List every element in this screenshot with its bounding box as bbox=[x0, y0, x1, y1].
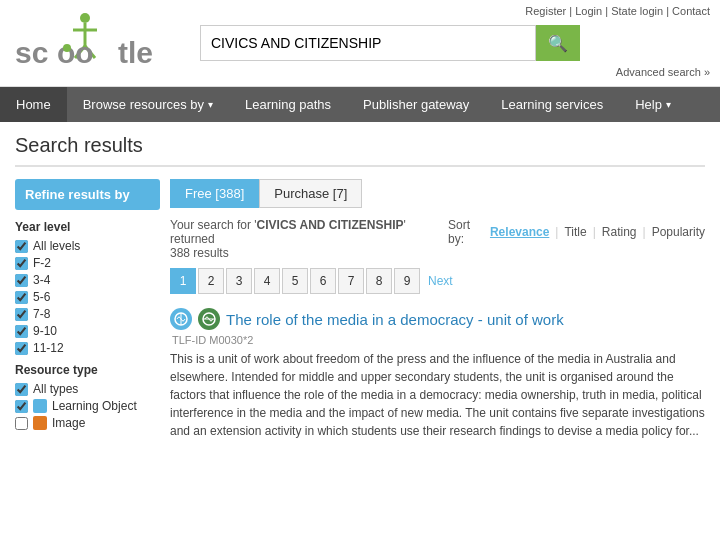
nav-item-learning-paths[interactable]: Learning paths bbox=[229, 87, 347, 122]
resource-type-checkbox-1[interactable] bbox=[15, 400, 28, 413]
tab-free[interactable]: Free [388] bbox=[170, 179, 259, 208]
results-summary: Your search for 'CIVICS AND CITIZENSHIP'… bbox=[170, 218, 448, 260]
svg-point-8 bbox=[63, 44, 71, 52]
page-btn-1[interactable]: 1 bbox=[170, 268, 196, 294]
page-btn-5[interactable]: 5 bbox=[282, 268, 308, 294]
nav-item-learning-services[interactable]: Learning services bbox=[485, 87, 619, 122]
result-title-link[interactable]: The role of the media in a democracy - u… bbox=[226, 311, 564, 328]
resource-type-title: Resource type bbox=[15, 363, 160, 377]
page-btn-4[interactable]: 4 bbox=[254, 268, 280, 294]
year-level-filter-6[interactable]: 11-12 bbox=[15, 341, 160, 355]
tab-purchase[interactable]: Purchase [7] bbox=[259, 179, 362, 208]
refine-header: Refine results by bbox=[15, 179, 160, 210]
tabs-row: Free [388] Purchase [7] bbox=[170, 179, 705, 208]
page-btn-9[interactable]: 9 bbox=[394, 268, 420, 294]
page-title: Search results bbox=[15, 134, 705, 167]
result-icon-globe bbox=[198, 308, 220, 330]
nav-bar: Home Browse resources by ▾ Learning path… bbox=[0, 87, 720, 122]
year-level-filter-3[interactable]: 5-6 bbox=[15, 290, 160, 304]
year-level-filter-1[interactable]: F-2 bbox=[15, 256, 160, 270]
scootle-logo[interactable]: sc oo tle bbox=[10, 8, 160, 78]
chevron-down-icon: ▾ bbox=[666, 99, 671, 110]
resource-type-checkbox-2[interactable] bbox=[15, 417, 28, 430]
page-btn-8[interactable]: 8 bbox=[366, 268, 392, 294]
results-area: Free [388] Purchase [7] Your search for … bbox=[170, 179, 705, 454]
page-btn-7[interactable]: 7 bbox=[338, 268, 364, 294]
search-button[interactable]: 🔍 bbox=[536, 25, 580, 61]
year-level-checkbox-1[interactable] bbox=[15, 257, 28, 270]
sort-popularity[interactable]: Popularity bbox=[652, 225, 705, 239]
pagination-next[interactable]: Next bbox=[422, 274, 459, 288]
resource-type-icon-2 bbox=[33, 416, 47, 430]
result-item: The role of the media in a democracy - u… bbox=[170, 308, 705, 440]
year-level-filter-4[interactable]: 7-8 bbox=[15, 307, 160, 321]
main-layout: Refine results by Year level All levelsF… bbox=[15, 179, 705, 454]
nav-item-home[interactable]: Home bbox=[0, 87, 67, 122]
resource-type-checkbox-0[interactable] bbox=[15, 383, 28, 396]
result-description: This is a unit of work about freedom of … bbox=[170, 350, 705, 440]
page-btn-6[interactable]: 6 bbox=[310, 268, 336, 294]
top-bar: Register | Login | State login | Contact… bbox=[0, 0, 720, 87]
nav-item-publisher-gateway[interactable]: Publisher gateway bbox=[347, 87, 485, 122]
year-level-filters: All levelsF-23-45-67-89-1011-12 bbox=[15, 239, 160, 355]
sort-label: Sort by: bbox=[448, 218, 484, 246]
result-icon-circle bbox=[170, 308, 192, 330]
result-title-row: The role of the media in a democracy - u… bbox=[170, 308, 705, 330]
year-level-checkbox-5[interactable] bbox=[15, 325, 28, 338]
year-level-checkbox-4[interactable] bbox=[15, 308, 28, 321]
resource-type-filter-1[interactable]: Learning Object bbox=[15, 399, 160, 413]
results-info-row: Your search for 'CIVICS AND CITIZENSHIP'… bbox=[170, 218, 705, 260]
logo-area[interactable]: sc oo tle bbox=[10, 8, 170, 78]
search-input[interactable] bbox=[200, 25, 536, 61]
result-id: TLF-ID M0030*2 bbox=[172, 334, 705, 346]
year-level-checkbox-3[interactable] bbox=[15, 291, 28, 304]
year-level-title: Year level bbox=[15, 220, 160, 234]
advanced-search-link[interactable]: Advanced search » bbox=[616, 66, 710, 78]
sort-rating[interactable]: Rating bbox=[602, 225, 637, 239]
svg-text:tle: tle bbox=[118, 36, 153, 69]
svg-text:oo: oo bbox=[57, 36, 94, 69]
year-level-filter-5[interactable]: 9-10 bbox=[15, 324, 160, 338]
sort-area: Sort by: Relevance | Title | Rating | Po… bbox=[448, 218, 705, 246]
top-links-text: Register | Login | State login | Contact bbox=[525, 5, 710, 17]
resource-type-filter-0[interactable]: All types bbox=[15, 382, 160, 396]
resource-type-filter-2[interactable]: Image bbox=[15, 416, 160, 430]
page-btn-2[interactable]: 2 bbox=[198, 268, 224, 294]
nav-item-browse[interactable]: Browse resources by ▾ bbox=[67, 87, 229, 122]
year-level-filter-2[interactable]: 3-4 bbox=[15, 273, 160, 287]
svg-point-0 bbox=[80, 13, 90, 23]
sort-title[interactable]: Title bbox=[564, 225, 586, 239]
pagination: 1 2 3 4 5 6 7 8 9 Next bbox=[170, 268, 705, 294]
page-btn-3[interactable]: 3 bbox=[226, 268, 252, 294]
search-area: 🔍 bbox=[200, 25, 580, 61]
year-level-checkbox-6[interactable] bbox=[15, 342, 28, 355]
search-icon: 🔍 bbox=[548, 34, 568, 53]
page-content: Search results Refine results by Year le… bbox=[0, 122, 720, 466]
year-level-filter-0[interactable]: All levels bbox=[15, 239, 160, 253]
top-links: Register | Login | State login | Contact bbox=[525, 5, 710, 17]
resource-type-icon-1 bbox=[33, 399, 47, 413]
year-level-checkbox-2[interactable] bbox=[15, 274, 28, 287]
chevron-down-icon: ▾ bbox=[208, 99, 213, 110]
sidebar: Refine results by Year level All levelsF… bbox=[15, 179, 160, 454]
svg-text:sc: sc bbox=[15, 36, 48, 69]
resource-type-filters: All typesLearning ObjectImage bbox=[15, 382, 160, 430]
nav-item-help[interactable]: Help ▾ bbox=[619, 87, 687, 122]
year-level-checkbox-0[interactable] bbox=[15, 240, 28, 253]
sort-relevance[interactable]: Relevance bbox=[490, 225, 549, 239]
